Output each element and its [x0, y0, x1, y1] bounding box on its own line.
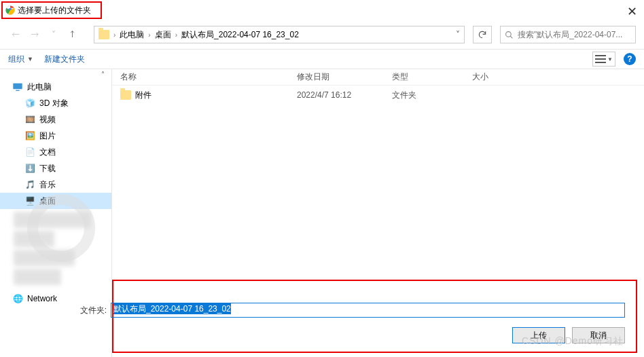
- sidebar-item-pictures[interactable]: 🖼️图片: [0, 128, 111, 144]
- desktop-icon: 🖥️: [24, 195, 35, 206]
- file-date: 2022/4/7 16:12: [297, 90, 392, 100]
- column-header-size[interactable]: 大小: [472, 71, 526, 83]
- help-button[interactable]: ?: [624, 53, 636, 65]
- sidebar-item-3d[interactable]: 🧊3D 对象: [0, 95, 111, 111]
- network-icon: 🌐: [12, 293, 23, 304]
- breadcrumb[interactable]: 桌面: [155, 29, 171, 41]
- recent-dropdown[interactable]: ˅: [46, 27, 61, 42]
- window-title-box: 选择要上传的文件夹: [1, 1, 102, 19]
- sidebar-item-redacted: [14, 231, 54, 247]
- cube-icon: 🧊: [24, 98, 35, 109]
- music-icon: 🎵: [24, 179, 35, 190]
- svg-rect-6: [595, 62, 606, 63]
- breadcrumb[interactable]: 默认布局_2022-04-07 16_23_02: [181, 29, 299, 41]
- sidebar-item-redacted: [14, 250, 75, 266]
- sidebar-item-desktop[interactable]: 🖥️桌面: [0, 193, 111, 209]
- file-list-pane: 名称 修改日期 类型 大小 附件 2022/4/7 16:12 文件夹: [112, 69, 644, 279]
- video-icon: 🎞️: [24, 114, 35, 125]
- folder-icon: [120, 90, 131, 100]
- column-header-type[interactable]: 类型: [392, 71, 472, 83]
- pc-icon: [12, 81, 23, 92]
- refresh-button[interactable]: [473, 26, 492, 43]
- search-icon: [505, 31, 514, 39]
- sidebar-item-this-pc[interactable]: 此电脑: [0, 79, 111, 95]
- download-icon: ⬇️: [24, 163, 35, 174]
- sidebar-item-redacted: [14, 269, 61, 285]
- search-input[interactable]: 搜索"默认布局_2022-04-07...: [500, 26, 636, 43]
- svg-rect-5: [595, 58, 606, 60]
- column-header-date[interactable]: 修改日期: [297, 71, 392, 83]
- svg-line-3: [510, 36, 512, 38]
- document-icon: 📄: [24, 147, 35, 157]
- file-name: 附件: [135, 90, 151, 101]
- folder-name-label: 文件夹:: [76, 305, 107, 316]
- folder-name-input[interactable]: 默认布局_2022-04-07 16_23_02: [111, 303, 625, 318]
- svg-point-2: [506, 31, 512, 37]
- sort-caret-icon: ˄: [101, 71, 105, 78]
- footer-box: 文件夹: 默认布局_2022-04-07 16_23_02 上传 取消: [112, 280, 637, 353]
- navigation-bar: 🡐 🡒 ˅ 🡑 › 此电脑 › 桌面 › 默认布局_2022-04-07 16_…: [0, 23, 644, 46]
- folder-icon: [99, 30, 109, 39]
- window-title: 选择要上传的文件夹: [18, 5, 91, 16]
- view-options-button[interactable]: ▼: [592, 52, 615, 67]
- svg-rect-7: [13, 83, 22, 90]
- chrome-icon: [5, 5, 15, 15]
- breadcrumb[interactable]: 此电脑: [120, 29, 144, 41]
- chevron-right-icon: ›: [148, 31, 150, 39]
- new-folder-button[interactable]: 新建文件夹: [44, 54, 85, 65]
- svg-rect-4: [595, 55, 606, 56]
- file-row[interactable]: 附件 2022/4/7 16:12 文件夹: [112, 86, 644, 105]
- search-placeholder: 搜索"默认布局_2022-04-07...: [518, 29, 622, 41]
- cancel-button[interactable]: 取消: [572, 327, 625, 343]
- toolbar: 组织 ▼ 新建文件夹 ▼ ?: [0, 49, 644, 69]
- sidebar-item-music[interactable]: 🎵音乐: [0, 176, 111, 193]
- image-icon: 🖼️: [24, 130, 35, 141]
- column-header-name[interactable]: 名称: [120, 71, 297, 83]
- svg-rect-8: [16, 90, 19, 91]
- up-button[interactable]: 🡑: [65, 27, 80, 42]
- column-headers: 名称 修改日期 类型 大小: [112, 69, 644, 86]
- organize-menu[interactable]: 组织 ▼: [8, 54, 33, 65]
- forward-button[interactable]: 🡒: [27, 27, 42, 42]
- file-type: 文件夹: [392, 90, 472, 101]
- sidebar-item-downloads[interactable]: ⬇️下载: [0, 160, 111, 176]
- close-button[interactable]: ✕: [627, 4, 637, 19]
- address-bar[interactable]: › 此电脑 › 桌面 › 默认布局_2022-04-07 16_23_02 ˅: [94, 26, 465, 43]
- chevron-right-icon: ›: [113, 31, 115, 39]
- upload-button[interactable]: 上传: [512, 327, 565, 343]
- sidebar-item-documents[interactable]: 📄文档: [0, 144, 111, 160]
- sidebar-item-videos[interactable]: 🎞️视频: [0, 111, 111, 128]
- address-dropdown[interactable]: ˅: [456, 30, 460, 39]
- sidebar-item-redacted: [14, 212, 91, 228]
- back-button[interactable]: 🡐: [8, 27, 23, 42]
- chevron-right-icon: ›: [175, 31, 177, 39]
